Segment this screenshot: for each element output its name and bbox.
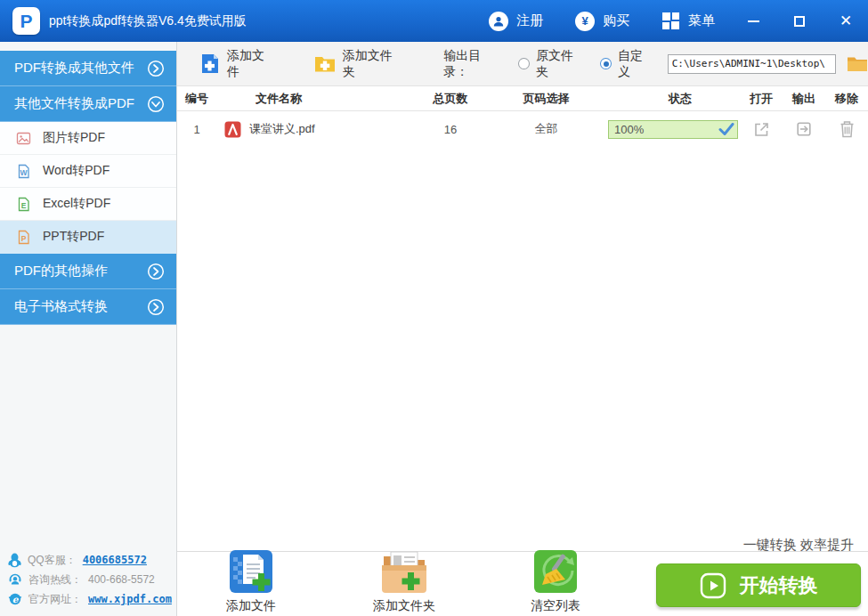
clear-list-button[interactable]: 清空列表 [507, 549, 604, 614]
header-num: 编号 [177, 91, 216, 107]
output-path-input[interactable] [668, 54, 836, 74]
headset-icon [8, 572, 22, 587]
sidebar-item-image-to-pdf[interactable]: 图片转PDF [0, 122, 176, 155]
box-arrow-right-icon [795, 120, 813, 138]
browse-folder-button[interactable] [847, 55, 868, 72]
sidebar-item-ppt-to-pdf[interactable]: P PPT转PDF [0, 221, 176, 254]
sidebar-item-label: Excel转PDF [43, 196, 110, 212]
file-table-header: 编号 文件名称 总页数 页码选择 状态 打开 输出 移除 [177, 86, 868, 111]
header-open: 打开 [740, 91, 783, 107]
titlebar: P ppt转换成pdf转换器V6.4免费试用版 注册 ¥ 购买 菜单 ✕ [0, 0, 868, 42]
chevron-down-circle-icon [147, 95, 165, 113]
open-file-button[interactable] [740, 120, 783, 139]
row-page-select[interactable]: 全部 [495, 121, 597, 137]
sidebar-group-pdf-other-ops[interactable]: PDF的其他操作 [0, 254, 176, 289]
header-filename: 文件名称 [216, 91, 406, 107]
qq-number-link[interactable]: 4006685572 [83, 554, 147, 566]
maximize-icon [794, 16, 805, 27]
sidebar-nav: PDF转换成其他文件 其他文件转换成PDF 图片转PDF [0, 51, 176, 325]
sidebar-item-label: 图片转PDF [43, 130, 105, 146]
hotline-number: 400-668-5572 [88, 573, 155, 586]
qq-support-row: QQ客服： 4006685572 [8, 550, 172, 570]
radio-custom-folder[interactable]: 自定义 [600, 48, 653, 80]
svg-text:P: P [21, 233, 27, 242]
website-link[interactable]: www.xjpdf.com [88, 593, 172, 605]
big-add-file-icon [229, 549, 273, 594]
header-status: 状态 [597, 91, 740, 107]
close-icon: ✕ [840, 13, 852, 28]
sidebar-item-label: PPT转PDF [43, 229, 104, 245]
output-file-button[interactable] [783, 120, 825, 138]
ppt-doc-icon: P [16, 230, 31, 245]
svg-text:W: W [20, 167, 28, 176]
maximize-button[interactable] [791, 13, 807, 29]
file-list-empty-area [177, 147, 868, 551]
sidebar-item-label: Word转PDF [43, 163, 110, 179]
hotline-row: 咨询热线： 400-668-5572 [8, 570, 172, 589]
table-row[interactable]: 1 课堂讲义.pdf 16 全部 100% [177, 111, 868, 147]
user-icon [489, 12, 508, 31]
pdf-file-icon [224, 121, 241, 138]
progress-bar: 100% [608, 120, 738, 139]
play-icon [700, 572, 726, 599]
big-add-file-button[interactable]: 添加文件 [202, 549, 300, 614]
clear-list-icon [533, 549, 578, 594]
big-add-folder-button[interactable]: 添加文件夹 [355, 549, 453, 614]
radio-selected-icon[interactable] [600, 58, 612, 69]
picture-icon [16, 131, 31, 146]
start-convert-button[interactable]: 开始转换 [656, 563, 861, 607]
window-body: PDF转换成其他文件 其他文件转换成PDF 图片转PDF [0, 42, 868, 616]
website-label: 官方网址： [28, 592, 82, 607]
word-doc-icon: W [16, 164, 31, 179]
radio-original-label: 原文件夹 [536, 48, 584, 80]
row-number: 1 [177, 123, 216, 136]
sidebar-item-excel-to-pdf[interactable]: E Excel转PDF [0, 188, 176, 221]
big-add-folder-label: 添加文件夹 [355, 598, 453, 614]
sidebar-group-label: PDF转换成其他文件 [14, 60, 134, 77]
progress-percent: 100% [614, 123, 644, 136]
remove-file-button[interactable] [825, 120, 868, 138]
sidebar-item-word-to-pdf[interactable]: W Word转PDF [0, 155, 176, 188]
sidebar: PDF转换成其他文件 其他文件转换成PDF 图片转PDF [0, 42, 177, 616]
header-remove: 移除 [825, 91, 868, 107]
toolbar: 添加文件 添加文件夹 输出目录： 原文件夹 自定义 [177, 42, 868, 86]
folder-browse-icon [847, 55, 868, 72]
minimize-icon [748, 20, 759, 22]
radio-original-folder[interactable]: 原文件夹 [518, 48, 584, 80]
radio-unselected-icon[interactable] [518, 58, 530, 69]
sidebar-group-ebook-convert[interactable]: 电子书格式转换 [0, 289, 176, 325]
menu-button[interactable]: 菜单 [661, 12, 715, 30]
menu-grid-icon [661, 12, 680, 30]
clear-list-label: 清空列表 [507, 598, 604, 614]
header-output: 输出 [783, 91, 825, 107]
qq-icon [8, 553, 21, 568]
sidebar-group-label: 电子书格式转换 [14, 298, 108, 315]
add-file-icon [200, 53, 220, 74]
register-button[interactable]: 注册 [489, 12, 543, 31]
website-row: e 官方网址： www.xjpdf.com [8, 589, 172, 609]
qq-label: QQ客服： [28, 553, 77, 568]
start-convert-label: 开始转换 [740, 572, 818, 599]
buy-button[interactable]: ¥ 购买 [575, 12, 629, 31]
add-file-button[interactable]: 添加文件 [200, 48, 275, 80]
close-button[interactable]: ✕ [838, 13, 854, 29]
header-total-pages: 总页数 [406, 91, 495, 107]
external-link-icon [752, 120, 771, 139]
yen-icon: ¥ [575, 12, 595, 31]
row-filename: 课堂讲义.pdf [249, 121, 315, 137]
sidebar-group-other-to-pdf[interactable]: 其他文件转换成PDF [0, 86, 176, 122]
bottom-action-bar: 添加文件 添加文件夹 [177, 551, 868, 616]
radio-custom-label: 自定义 [618, 48, 654, 80]
header-page-select: 页码选择 [495, 91, 597, 107]
row-status-cell: 100% [597, 120, 740, 139]
app-logo-icon: P [12, 7, 40, 35]
minimize-button[interactable] [745, 13, 761, 29]
browser-e-icon: e [8, 592, 22, 606]
sidebar-group-pdf-to-other[interactable]: PDF转换成其他文件 [0, 51, 176, 86]
add-folder-button[interactable]: 添加文件夹 [314, 48, 402, 80]
trash-icon [840, 120, 855, 138]
contact-info: QQ客服： 4006685572 咨询热线： 400-668-5572 e 官方… [8, 550, 172, 609]
slogan-text: 一键转换 效率提升 [743, 537, 854, 554]
add-folder-icon [314, 54, 336, 73]
excel-doc-icon: E [16, 197, 31, 212]
